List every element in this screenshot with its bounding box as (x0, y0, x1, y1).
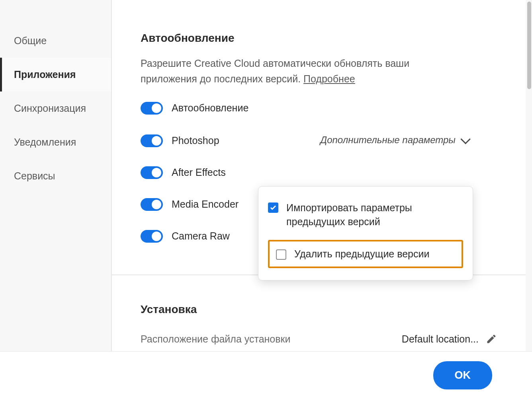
sidebar-item-general[interactable]: Общие (0, 24, 111, 58)
toggle-aftereffects[interactable] (141, 166, 163, 179)
app-label-aftereffects: After Effects (172, 167, 226, 178)
toggle-photoshop[interactable] (141, 134, 163, 147)
checkbox-delete-previous[interactable] (276, 249, 286, 260)
toggle-autoupdate-label: Автообновление (172, 102, 248, 114)
autoupdate-desc-text: Разрешите Creative Cloud автоматически о… (141, 58, 409, 84)
app-label-mediaencoder: Media Encoder (172, 199, 239, 210)
delete-previous-label: Удалить предыдущие версии (294, 247, 429, 261)
install-location-value-group: Default location... (402, 333, 497, 345)
install-location-row: Расположение файла установки Default loc… (141, 333, 497, 345)
delete-previous-highlight: Удалить предыдущие версии (268, 240, 463, 268)
chevron-down-icon (460, 134, 470, 144)
install-location-label: Расположение файла установки (141, 333, 290, 345)
app-label-photoshop: Photoshop (172, 135, 219, 146)
sidebar-item-apps[interactable]: Приложения (0, 58, 111, 91)
section-title-autoupdate: Автообновление (141, 32, 497, 45)
import-settings-label: Импортировать параметры предыдущих верси… (286, 201, 463, 229)
ok-button[interactable]: OK (433, 361, 493, 389)
pencil-icon[interactable] (486, 333, 497, 345)
advanced-params-label: Дополнительные параметры (320, 134, 456, 146)
import-settings-row: Импортировать параметры предыдущих верси… (268, 201, 463, 229)
sidebar-item-services[interactable]: Сервисы (0, 159, 111, 193)
autoupdate-description: Разрешите Creative Cloud автоматически о… (141, 56, 443, 87)
section-title-install: Установка (141, 303, 497, 316)
install-section: Установка Расположение файла установки D… (112, 274, 526, 345)
settings-sidebar: Общие Приложения Синхронизация Уведомлен… (0, 0, 111, 351)
sidebar-item-sync[interactable]: Синхронизация (0, 91, 111, 125)
advanced-params-toggle[interactable]: Дополнительные параметры (320, 134, 468, 146)
scrollbar[interactable] (527, 2, 531, 89)
app-row-photoshop: Photoshop Дополнительные параметры (141, 134, 497, 147)
install-location-value: Default location... (402, 333, 479, 345)
dialog-footer: OK (0, 351, 532, 399)
toggle-cameraraw[interactable] (141, 230, 163, 243)
settings-content: Автообновление Разрешите Creative Cloud … (111, 0, 526, 351)
sidebar-item-notifications[interactable]: Уведомления (0, 125, 111, 159)
check-icon (270, 204, 277, 211)
toggle-autoupdate[interactable] (141, 102, 163, 115)
checkbox-import-settings[interactable] (268, 202, 278, 213)
learn-more-link[interactable]: Подробнее (303, 73, 355, 84)
app-label-cameraraw: Camera Raw (172, 230, 230, 242)
toggle-mediaencoder[interactable] (141, 198, 163, 211)
master-autoupdate-row: Автообновление (141, 102, 497, 115)
app-row-aftereffects: After Effects (141, 166, 497, 179)
advanced-params-popover: Импортировать параметры предыдущих верси… (258, 186, 473, 280)
apps-block: Photoshop Дополнительные параметры After… (141, 134, 497, 243)
